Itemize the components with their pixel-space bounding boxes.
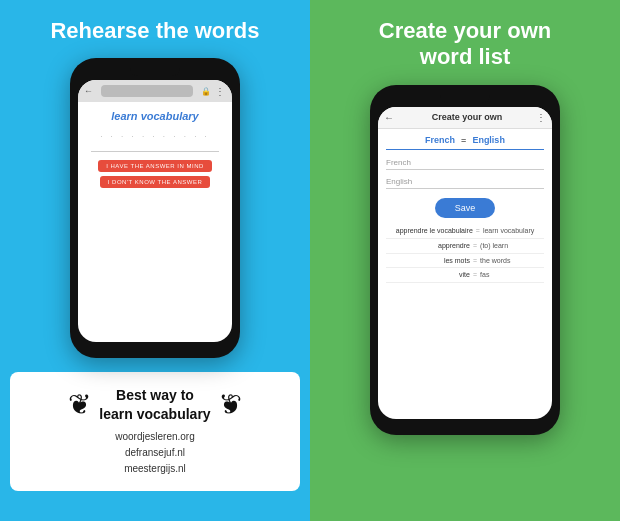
right-phone-notch — [440, 93, 490, 103]
word-french: apprendre — [410, 240, 470, 252]
left-screen-content: learn vocabulary · · · · · · · · · · · I… — [78, 102, 232, 342]
to-language-label: English — [472, 135, 505, 145]
word-french: apprendre le vocabulaire — [396, 225, 473, 237]
dots-line: · · · · · · · · · · · — [100, 132, 210, 141]
from-language-label: French — [425, 135, 455, 145]
right-panel: Create your own word list ← Create your … — [310, 0, 620, 521]
right-phone-mockup: ← Create your own ⋮ French = English Fre… — [370, 85, 560, 435]
right-back-icon: ← — [384, 112, 394, 123]
word-equals: = — [476, 225, 480, 237]
left-headline: Rehearse the words — [50, 18, 259, 44]
learn-vocab-label: learn vocabulary — [111, 110, 198, 122]
have-answer-button[interactable]: I HAVE THE ANSWER IN MIND — [98, 160, 212, 172]
word-list-item: vite = fas — [386, 268, 544, 283]
back-icon: ← — [84, 86, 93, 96]
websites-list: woordjesleren.org defransejuf.nl meester… — [115, 429, 195, 477]
url-bar — [101, 85, 193, 97]
word-list-item: apprendre = (to) learn — [386, 239, 544, 254]
word-list-item: les mots = the words — [386, 254, 544, 269]
right-phone-screen: ← Create your own ⋮ French = English Fre… — [378, 107, 552, 419]
left-phone-screen: ← 🔒 ⋮ learn vocabulary · · · · · · · · ·… — [78, 80, 232, 342]
left-phone-mockup: ← 🔒 ⋮ learn vocabulary · · · · · · · · ·… — [70, 58, 240, 358]
word-english: the words — [480, 255, 520, 267]
best-way-text: Best way to learn vocabulary — [99, 386, 210, 422]
word-equals: = — [473, 269, 477, 281]
language-row: French = English — [386, 135, 544, 150]
award-row: ❦ Best way to learn vocabulary ❦ — [68, 386, 241, 422]
left-phone-notch — [130, 66, 180, 76]
right-screen-title: Create your own — [398, 112, 536, 122]
dont-know-button[interactable]: I DON'T KNOW THE ANSWER — [100, 176, 210, 188]
answer-hint-line — [91, 151, 219, 152]
word-list: apprendre le vocabulaire = learn vocabul… — [386, 224, 544, 284]
left-laurel-icon: ❦ — [68, 388, 91, 421]
english-input[interactable]: English — [386, 175, 544, 189]
right-laurel-icon: ❦ — [219, 388, 242, 421]
right-screen-bar: ← Create your own ⋮ — [378, 107, 552, 129]
word-equals: = — [473, 240, 477, 252]
lock-icon: 🔒 — [201, 87, 211, 96]
right-headline: Create your own word list — [379, 18, 551, 71]
right-screen-content: French = English French English Save app… — [378, 129, 552, 419]
left-panel: Rehearse the words ← 🔒 ⋮ learn vocabular… — [0, 0, 310, 521]
left-browser-bar: ← 🔒 ⋮ — [78, 80, 232, 102]
word-french: les mots — [410, 255, 470, 267]
equals-sign: = — [461, 135, 466, 145]
word-list-item: apprendre le vocabulaire = learn vocabul… — [386, 224, 544, 239]
french-input[interactable]: French — [386, 156, 544, 170]
left-bottom-card: ❦ Best way to learn vocabulary ❦ woordje… — [10, 372, 300, 490]
right-menu-dots-icon: ⋮ — [536, 112, 546, 123]
word-english: fas — [480, 269, 520, 281]
menu-dots-icon: ⋮ — [215, 86, 226, 97]
word-english: (to) learn — [480, 240, 520, 252]
save-button[interactable]: Save — [435, 198, 496, 218]
word-english: learn vocabulary — [483, 225, 534, 237]
word-equals: = — [473, 255, 477, 267]
word-french: vite — [410, 269, 470, 281]
